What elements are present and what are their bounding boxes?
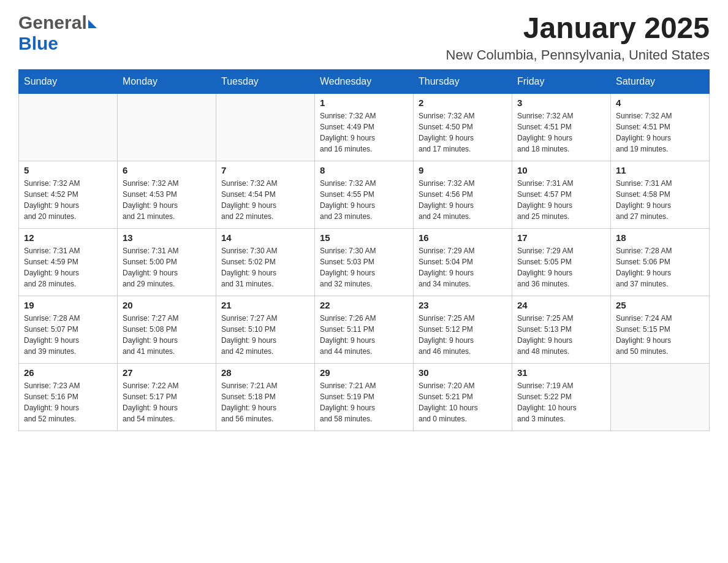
- weekday-header-sunday: Sunday: [19, 69, 118, 93]
- logo: General Blue: [18, 12, 97, 54]
- day-info: Sunrise: 7:23 AMSunset: 5:16 PMDaylight:…: [24, 380, 112, 424]
- calendar-week-row: 1Sunrise: 7:32 AMSunset: 4:49 PMDaylight…: [19, 93, 710, 161]
- day-number: 3: [517, 98, 605, 108]
- day-number: 26: [24, 367, 112, 378]
- calendar-cell: 24Sunrise: 7:25 AMSunset: 5:13 PMDayligh…: [512, 296, 611, 363]
- calendar-week-row: 5Sunrise: 7:32 AMSunset: 4:52 PMDaylight…: [19, 161, 710, 228]
- day-number: 25: [616, 300, 704, 310]
- day-number: 31: [517, 367, 605, 378]
- day-info: Sunrise: 7:29 AMSunset: 5:05 PMDaylight:…: [517, 245, 605, 289]
- title-block: January 2025 New Columbia, Pennsylvania,…: [446, 12, 710, 63]
- calendar-cell: 4Sunrise: 7:32 AMSunset: 4:51 PMDaylight…: [611, 93, 710, 161]
- day-info: Sunrise: 7:32 AMSunset: 4:53 PMDaylight:…: [123, 178, 211, 222]
- day-info: Sunrise: 7:22 AMSunset: 5:17 PMDaylight:…: [123, 380, 211, 424]
- calendar-cell: 30Sunrise: 7:20 AMSunset: 5:21 PMDayligh…: [414, 363, 512, 431]
- weekday-header-monday: Monday: [118, 69, 216, 93]
- day-number: 1: [320, 98, 408, 108]
- day-info: Sunrise: 7:31 AMSunset: 5:00 PMDaylight:…: [123, 245, 211, 289]
- day-info: Sunrise: 7:27 AMSunset: 5:10 PMDaylight:…: [221, 313, 309, 357]
- calendar-cell: 11Sunrise: 7:31 AMSunset: 4:58 PMDayligh…: [611, 161, 710, 228]
- weekday-header-friday: Friday: [512, 69, 611, 93]
- day-number: 17: [517, 232, 605, 243]
- calendar-week-row: 26Sunrise: 7:23 AMSunset: 5:16 PMDayligh…: [19, 363, 710, 431]
- day-info: Sunrise: 7:32 AMSunset: 4:55 PMDaylight:…: [320, 178, 408, 222]
- calendar-cell: 19Sunrise: 7:28 AMSunset: 5:07 PMDayligh…: [19, 296, 118, 363]
- day-number: 15: [320, 232, 408, 243]
- calendar-week-row: 12Sunrise: 7:31 AMSunset: 4:59 PMDayligh…: [19, 228, 710, 296]
- day-info: Sunrise: 7:27 AMSunset: 5:08 PMDaylight:…: [123, 313, 211, 357]
- day-info: Sunrise: 7:32 AMSunset: 4:49 PMDaylight:…: [320, 110, 408, 155]
- calendar-cell: 10Sunrise: 7:31 AMSunset: 4:57 PMDayligh…: [512, 161, 611, 228]
- day-number: 13: [123, 232, 211, 243]
- day-info: Sunrise: 7:28 AMSunset: 5:06 PMDaylight:…: [616, 245, 704, 289]
- page-header: General Blue January 2025 New Columbia, …: [18, 12, 710, 63]
- day-number: 11: [616, 165, 704, 175]
- day-number: 21: [221, 300, 309, 310]
- day-number: 19: [24, 300, 112, 310]
- calendar-cell: 22Sunrise: 7:26 AMSunset: 5:11 PMDayligh…: [315, 296, 414, 363]
- day-info: Sunrise: 7:32 AMSunset: 4:50 PMDaylight:…: [419, 110, 507, 155]
- calendar-cell: 6Sunrise: 7:32 AMSunset: 4:53 PMDaylight…: [118, 161, 216, 228]
- day-info: Sunrise: 7:19 AMSunset: 5:22 PMDaylight:…: [517, 380, 605, 424]
- day-info: Sunrise: 7:26 AMSunset: 5:11 PMDaylight:…: [320, 313, 408, 357]
- calendar-cell: 15Sunrise: 7:30 AMSunset: 5:03 PMDayligh…: [315, 228, 414, 296]
- day-number: 24: [517, 300, 605, 310]
- calendar-cell: 9Sunrise: 7:32 AMSunset: 4:56 PMDaylight…: [414, 161, 512, 228]
- day-info: Sunrise: 7:30 AMSunset: 5:03 PMDaylight:…: [320, 245, 408, 289]
- calendar-cell: 5Sunrise: 7:32 AMSunset: 4:52 PMDaylight…: [19, 161, 118, 228]
- day-info: Sunrise: 7:31 AMSunset: 4:57 PMDaylight:…: [517, 178, 605, 222]
- calendar-cell: 29Sunrise: 7:21 AMSunset: 5:19 PMDayligh…: [315, 363, 414, 431]
- location-title: New Columbia, Pennsylvania, United State…: [446, 47, 710, 63]
- calendar-cell: 1Sunrise: 7:32 AMSunset: 4:49 PMDaylight…: [315, 93, 414, 161]
- calendar-cell: 21Sunrise: 7:27 AMSunset: 5:10 PMDayligh…: [216, 296, 315, 363]
- day-info: Sunrise: 7:32 AMSunset: 4:51 PMDaylight:…: [616, 110, 704, 155]
- calendar-cell: 3Sunrise: 7:32 AMSunset: 4:51 PMDaylight…: [512, 93, 611, 161]
- calendar-cell: 7Sunrise: 7:32 AMSunset: 4:54 PMDaylight…: [216, 161, 315, 228]
- calendar-cell: 23Sunrise: 7:25 AMSunset: 5:12 PMDayligh…: [414, 296, 512, 363]
- day-number: 8: [320, 165, 408, 175]
- day-number: 28: [221, 367, 309, 378]
- weekday-header-wednesday: Wednesday: [315, 69, 414, 93]
- calendar-cell: [118, 93, 216, 161]
- day-info: Sunrise: 7:25 AMSunset: 5:13 PMDaylight:…: [517, 313, 605, 357]
- day-info: Sunrise: 7:25 AMSunset: 5:12 PMDaylight:…: [419, 313, 507, 357]
- day-number: 27: [123, 367, 211, 378]
- calendar-cell: 20Sunrise: 7:27 AMSunset: 5:08 PMDayligh…: [118, 296, 216, 363]
- calendar-cell: 13Sunrise: 7:31 AMSunset: 5:00 PMDayligh…: [118, 228, 216, 296]
- calendar-cell: [611, 363, 710, 431]
- day-info: Sunrise: 7:20 AMSunset: 5:21 PMDaylight:…: [419, 380, 507, 424]
- calendar-cell: 14Sunrise: 7:30 AMSunset: 5:02 PMDayligh…: [216, 228, 315, 296]
- day-info: Sunrise: 7:31 AMSunset: 4:59 PMDaylight:…: [24, 245, 112, 289]
- calendar-header-row: SundayMondayTuesdayWednesdayThursdayFrid…: [19, 69, 710, 93]
- calendar-cell: 12Sunrise: 7:31 AMSunset: 4:59 PMDayligh…: [19, 228, 118, 296]
- calendar-cell: 31Sunrise: 7:19 AMSunset: 5:22 PMDayligh…: [512, 363, 611, 431]
- day-number: 12: [24, 232, 112, 243]
- day-info: Sunrise: 7:30 AMSunset: 5:02 PMDaylight:…: [221, 245, 309, 289]
- day-number: 20: [123, 300, 211, 310]
- day-number: 23: [419, 300, 507, 310]
- day-info: Sunrise: 7:32 AMSunset: 4:54 PMDaylight:…: [221, 178, 309, 222]
- day-number: 18: [616, 232, 704, 243]
- day-number: 16: [419, 232, 507, 243]
- day-info: Sunrise: 7:21 AMSunset: 5:18 PMDaylight:…: [221, 380, 309, 424]
- weekday-header-thursday: Thursday: [414, 69, 512, 93]
- day-number: 5: [24, 165, 112, 175]
- calendar-cell: 16Sunrise: 7:29 AMSunset: 5:04 PMDayligh…: [414, 228, 512, 296]
- day-info: Sunrise: 7:32 AMSunset: 4:51 PMDaylight:…: [517, 110, 605, 155]
- logo-blue-text: Blue: [18, 33, 58, 54]
- calendar-cell: [216, 93, 315, 161]
- day-number: 22: [320, 300, 408, 310]
- calendar-cell: 2Sunrise: 7:32 AMSunset: 4:50 PMDaylight…: [414, 93, 512, 161]
- day-info: Sunrise: 7:21 AMSunset: 5:19 PMDaylight:…: [320, 380, 408, 424]
- day-number: 4: [616, 98, 704, 108]
- day-number: 2: [419, 98, 507, 108]
- day-number: 9: [419, 165, 507, 175]
- calendar-cell: 28Sunrise: 7:21 AMSunset: 5:18 PMDayligh…: [216, 363, 315, 431]
- calendar-cell: 18Sunrise: 7:28 AMSunset: 5:06 PMDayligh…: [611, 228, 710, 296]
- calendar-cell: 25Sunrise: 7:24 AMSunset: 5:15 PMDayligh…: [611, 296, 710, 363]
- calendar-table: SundayMondayTuesdayWednesdayThursdayFrid…: [18, 69, 710, 431]
- day-info: Sunrise: 7:24 AMSunset: 5:15 PMDaylight:…: [616, 313, 704, 357]
- day-number: 29: [320, 367, 408, 378]
- day-number: 6: [123, 165, 211, 175]
- day-info: Sunrise: 7:29 AMSunset: 5:04 PMDaylight:…: [419, 245, 507, 289]
